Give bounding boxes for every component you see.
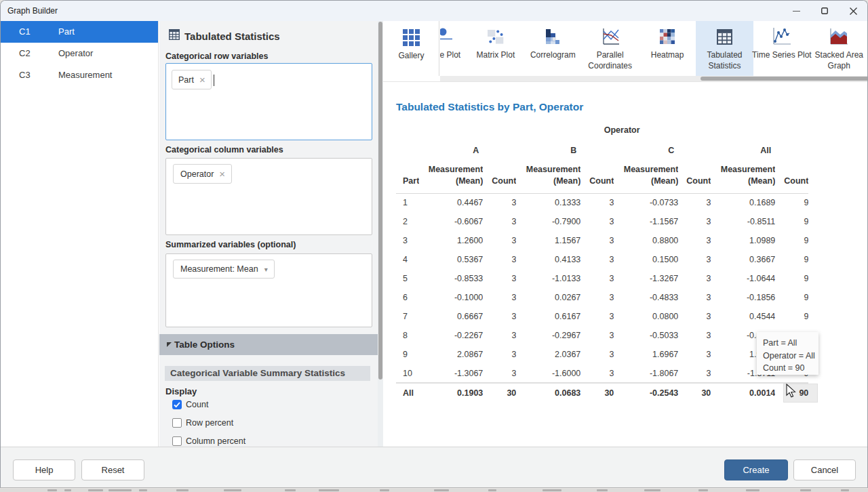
checkbox-unchecked-icon[interactable]: [172, 418, 182, 428]
variable-chip-part[interactable]: Part ×: [172, 70, 212, 89]
row-label-cell: 6: [396, 288, 419, 307]
preview-panel: Gallerye PlotMatrix PlotCorrelogramParal…: [383, 21, 868, 447]
column-variables-box[interactable]: Operator ×: [165, 158, 372, 235]
table-data-row: 40.536730.413330.150030.36679: [396, 250, 808, 269]
row-label-cell: All: [396, 383, 419, 403]
value-cell: 1.1567: [516, 231, 580, 250]
remove-chip-icon[interactable]: ×: [219, 169, 225, 179]
gallery-item-label: Stacked Area Graph: [805, 50, 868, 71]
value-cell: -1.8067: [614, 364, 678, 383]
gallery-item-stacked-area-graph[interactable]: Stacked Area Graph: [810, 21, 868, 76]
gallery-item-tabulated-statistics[interactable]: Tabulated Statistics: [696, 21, 753, 76]
gallery-grid-icon: [383, 28, 439, 47]
remove-chip-icon[interactable]: ×: [199, 75, 205, 85]
variable-chip-operator[interactable]: Operator ×: [173, 164, 232, 184]
chip-label: Operator: [180, 169, 214, 179]
minimize-button[interactable]: [782, 1, 810, 21]
checkbox-checked-icon[interactable]: [172, 400, 182, 409]
gallery-scrollbar[interactable]: [440, 76, 868, 81]
checkbox-row-row-percent[interactable]: Row percent: [172, 418, 233, 428]
value-cell: 3: [580, 364, 614, 383]
scrollbar-thumb[interactable]: [378, 22, 382, 380]
dialog-footer: Help Reset Create Cancel: [1, 447, 868, 488]
value-cell: 3: [580, 288, 614, 307]
sidebar-column-operator[interactable]: C2Operator: [1, 43, 158, 64]
sidebar-column-measurement[interactable]: C3Measurement: [1, 64, 158, 86]
gallery-item-correlogram[interactable]: Correlogram: [524, 21, 582, 76]
reset-button[interactable]: Reset: [81, 459, 144, 480]
heatmap-icon: [639, 27, 696, 46]
sidebar-column-part[interactable]: C1Part: [1, 21, 158, 43]
checkbox-row-column-percent[interactable]: Column percent: [172, 436, 245, 446]
chip-label: Measurement: Mean: [180, 264, 258, 274]
table-options-header[interactable]: Table Options: [159, 334, 378, 355]
chevron-down-icon[interactable]: ▾: [264, 266, 268, 273]
measurement-mean-header: Measurement(Mean): [516, 161, 580, 193]
value-cell: 3: [483, 193, 516, 212]
value-cell: 3: [580, 250, 614, 269]
create-button[interactable]: Create: [724, 459, 788, 480]
value-cell: 2.0367: [516, 345, 580, 364]
value-cell: 3: [678, 345, 711, 364]
table-row-group-headers: ABCAll: [396, 139, 808, 161]
value-cell: -1.3267: [614, 269, 678, 288]
row-label-cell: 8: [396, 326, 419, 345]
value-cell: 3: [483, 231, 516, 250]
row-variables-box[interactable]: Part ×: [165, 63, 372, 140]
summarized-variables-box[interactable]: Measurement: Mean ▾: [165, 253, 372, 327]
value-cell: 3: [483, 326, 516, 345]
group-header-b: B: [516, 139, 580, 161]
value-cell: 3: [580, 231, 614, 250]
close-button[interactable]: [839, 1, 867, 21]
gallery-item-heatmap[interactable]: Heatmap: [639, 21, 696, 76]
value-cell: -0.2967: [516, 326, 580, 345]
value-cell: 3: [483, 307, 516, 326]
column-variables-label: Categorical column variables: [165, 145, 283, 155]
column-group-label: Operator: [604, 125, 640, 135]
count-header: Count: [580, 161, 614, 193]
table-data-row: 8-0.22673-0.29673-0.50333-0.34229: [396, 326, 808, 345]
tabulated-statistics-table: OperatorABCAllPartMeasurement(Mean)Count…: [396, 121, 808, 403]
worksheet-columns-sidebar: C1PartC2OperatorC3Measurement: [1, 21, 159, 447]
gallery-scrollbar-thumb[interactable]: [701, 77, 868, 81]
gallery-item-matrix-plot[interactable]: Matrix Plot: [467, 21, 524, 76]
value-cell: 9: [775, 193, 808, 212]
row-label-cell: 3: [396, 231, 419, 250]
mouse-cursor-icon: [786, 384, 798, 401]
gallery-item-gallery[interactable]: Gallery: [383, 21, 439, 76]
value-cell: 30: [483, 383, 516, 403]
value-cell: 3: [678, 288, 711, 307]
value-cell: 0.1689: [711, 193, 775, 212]
correlogram-icon: [524, 27, 582, 46]
value-cell: 0.0683: [516, 383, 580, 403]
value-cell: 3: [678, 193, 711, 212]
value-cell: -1.6000: [516, 364, 580, 383]
value-cell: 0.3667: [711, 250, 775, 269]
table-data-row: 6-0.100030.02673-0.48333-0.18569: [396, 288, 808, 307]
checkbox-unchecked-icon[interactable]: [172, 436, 182, 446]
cancel-button[interactable]: Cancel: [793, 459, 856, 480]
column-id: C3: [19, 64, 31, 86]
time-series-icon: [753, 27, 810, 46]
desktop-background-strip: [0, 489, 868, 492]
value-cell: 3: [483, 345, 516, 364]
value-cell: 0.0800: [614, 307, 678, 326]
tooltip-line: Operator = All: [763, 350, 818, 363]
help-button[interactable]: Help: [13, 459, 75, 480]
builder-panel-scrollbar[interactable]: [378, 21, 383, 447]
display-label: Display: [165, 386, 197, 396]
matrix-plot-icon: [467, 27, 524, 46]
checkbox-row-count[interactable]: Count: [172, 400, 208, 409]
variable-chip-measurement-mean[interactable]: Measurement: Mean ▾: [173, 260, 275, 279]
spacer-cell: [396, 139, 419, 161]
value-cell: 0.4544: [711, 307, 775, 326]
maximize-button[interactable]: [810, 1, 839, 21]
gallery-item-e-plot[interactable]: e Plot: [440, 21, 467, 76]
gallery-item-parallel-coordinates[interactable]: Parallel Coordinates: [581, 21, 639, 76]
group-header-a: A: [419, 139, 483, 161]
column-name: Measurement: [58, 64, 112, 86]
gallery-item-time-series-plot[interactable]: Time Series Plot: [753, 21, 810, 76]
group-header-c: C: [614, 139, 678, 161]
value-cell: -1.1567: [614, 212, 678, 231]
summary-statistics-subheader: Categorical Variable Summary Statistics: [165, 366, 370, 381]
